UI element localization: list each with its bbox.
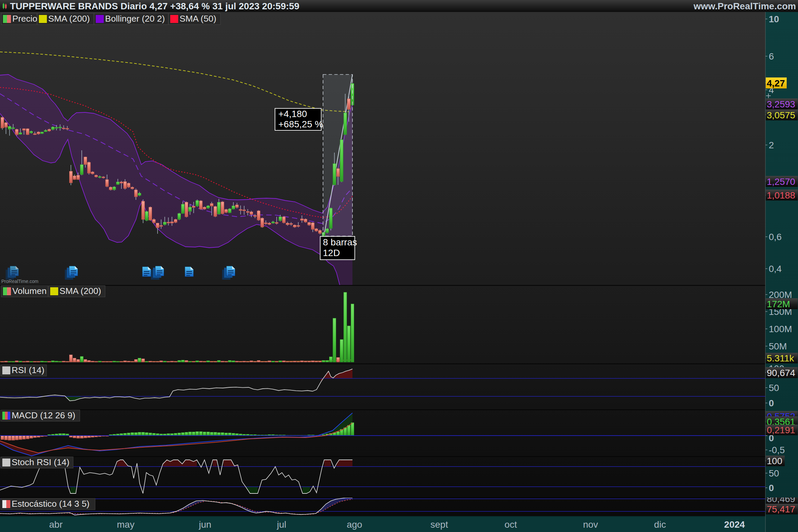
svg-text:jun: jun: [198, 519, 211, 530]
svg-text:abr: abr: [49, 519, 62, 530]
svg-text:SMA (200): SMA (200): [59, 286, 101, 296]
svg-text:1,2570: 1,2570: [767, 176, 795, 187]
svg-text:nov: nov: [583, 519, 598, 530]
svg-text:50M: 50M: [769, 341, 787, 352]
svg-text:Precio: Precio: [12, 14, 37, 24]
svg-text:8 barras: 8 barras: [323, 237, 357, 247]
svg-text:12D: 12D: [323, 248, 340, 258]
svg-text:Stoch RSI (14): Stoch RSI (14): [12, 457, 70, 467]
svg-text:0: 0: [769, 398, 774, 408]
svg-text:www.ProRealTime.com: www.ProRealTime.com: [693, 1, 796, 11]
svg-text:0,2191: 0,2191: [767, 425, 795, 435]
svg-text:jul: jul: [277, 519, 286, 530]
svg-text:50: 50: [769, 383, 779, 393]
svg-text:MACD (12 26 9): MACD (12 26 9): [12, 410, 75, 420]
svg-text:ProRealTime.com: ProRealTime.com: [1, 279, 39, 284]
svg-text:10: 10: [769, 14, 779, 24]
svg-text:90,674: 90,674: [767, 368, 795, 378]
svg-text:50: 50: [769, 468, 779, 478]
svg-text:dic: dic: [654, 519, 666, 530]
svg-text:5.311k: 5.311k: [767, 353, 794, 363]
svg-text:0,4: 0,4: [769, 264, 782, 274]
svg-text:Bollinger (20 2): Bollinger (20 2): [105, 14, 165, 24]
svg-text:-0,5: -0,5: [769, 445, 785, 455]
svg-text:+685,25 %: +685,25 %: [278, 119, 323, 129]
svg-text:172M: 172M: [767, 299, 790, 309]
svg-text:0,6: 0,6: [769, 232, 782, 242]
svg-text:RSI (14): RSI (14): [12, 365, 44, 375]
svg-text:ago: ago: [347, 519, 362, 530]
svg-text:1,0188: 1,0188: [767, 190, 795, 201]
svg-text:100M: 100M: [769, 324, 792, 334]
svg-text:SMA (200): SMA (200): [48, 14, 90, 24]
svg-text:SMA (50): SMA (50): [179, 14, 216, 24]
svg-text:75,417: 75,417: [767, 504, 795, 514]
svg-text:TUPPERWARE BRANDS Diario 4,27: TUPPERWARE BRANDS Diario 4,27 +38,64 % 3…: [10, 1, 299, 11]
svg-text:3,0575: 3,0575: [767, 110, 795, 120]
svg-text:+4,180: +4,180: [278, 109, 307, 119]
svg-text:3,2593: 3,2593: [767, 99, 795, 109]
svg-text:2: 2: [769, 140, 774, 150]
svg-text:4,27: 4,27: [767, 78, 785, 89]
svg-text:0: 0: [769, 483, 774, 493]
svg-text:6: 6: [769, 51, 774, 61]
svg-text:100: 100: [767, 456, 782, 466]
svg-text:Volumen: Volumen: [12, 286, 46, 296]
svg-text:2024: 2024: [724, 519, 745, 530]
svg-text:sept: sept: [431, 519, 448, 530]
svg-text:may: may: [117, 519, 135, 530]
svg-text:oct: oct: [505, 519, 517, 530]
svg-text:Estocástico (14 3 5): Estocástico (14 3 5): [12, 499, 90, 509]
